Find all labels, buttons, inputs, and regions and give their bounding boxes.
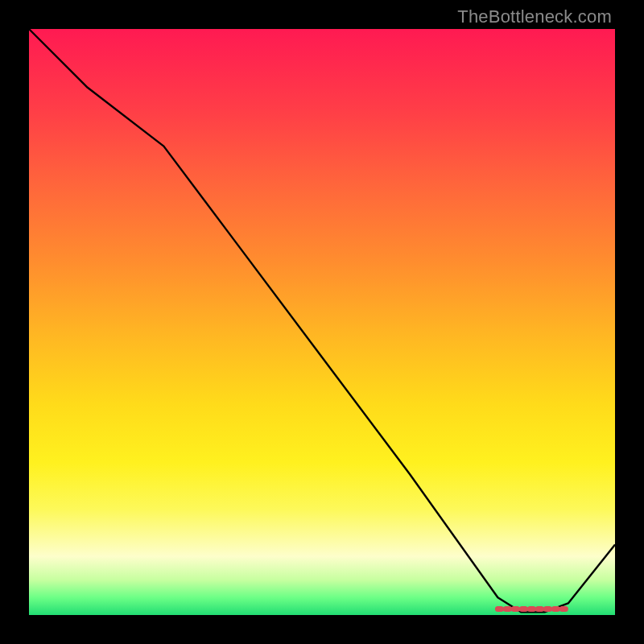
attribution-label: TheBottleneck.com: [457, 6, 612, 27]
chart-overlay: [29, 29, 615, 615]
bottleneck-curve: [29, 29, 615, 612]
chart-frame: TheBottleneck.com: [0, 0, 644, 644]
